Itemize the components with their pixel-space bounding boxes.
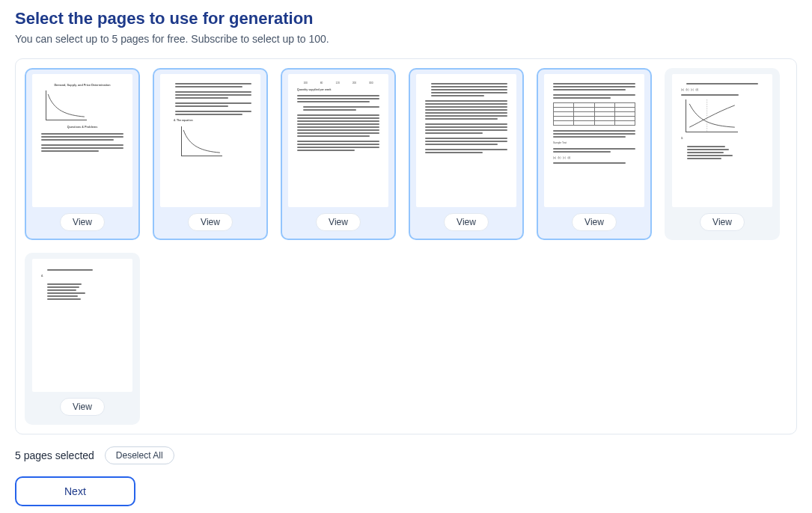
view-button[interactable]: View (188, 213, 233, 231)
view-button[interactable]: View (572, 213, 617, 231)
page-thumbnail[interactable]: 10080120200300 Quantity supplied per wee… (281, 68, 396, 240)
pages-grid: Demand, Supply, and Price Determination … (25, 68, 787, 425)
selection-footer: 5 pages selected Deselect All (15, 446, 797, 464)
selected-count: 5 pages selected (15, 449, 94, 461)
page-thumbnail[interactable]: Demand, Supply, and Price Determination … (25, 68, 140, 240)
next-button[interactable]: Next (15, 476, 135, 506)
page-title: Select the pages to use for generation (15, 9, 797, 28)
page-thumbnail[interactable]: View (409, 68, 524, 240)
page-preview (416, 74, 516, 207)
page-preview: Demand, Supply, and Price Determination … (32, 74, 132, 207)
preview-table (553, 102, 635, 126)
page-thumbnail[interactable]: 4. View (25, 253, 140, 425)
page-thumbnail[interactable]: Sample Test (a) (b) (c) (d) View (537, 68, 652, 240)
page-preview: 10080120200300 Quantity supplied per wee… (288, 74, 388, 207)
page-preview: 4. (32, 259, 132, 392)
view-button[interactable]: View (60, 398, 105, 416)
view-button[interactable]: View (60, 213, 105, 231)
deselect-all-button[interactable]: Deselect All (105, 446, 174, 464)
page-preview: 4. The equation (160, 74, 260, 207)
view-button[interactable]: View (444, 213, 489, 231)
view-button[interactable]: View (700, 213, 745, 231)
page-thumbnail[interactable]: 4. The equation View (153, 68, 268, 240)
page-thumbnail[interactable]: (a) (b) (c) (d) 3. (665, 68, 780, 240)
page-preview: Sample Test (a) (b) (c) (d) (544, 74, 644, 207)
pages-panel: Demand, Supply, and Price Determination … (15, 58, 797, 434)
view-button[interactable]: View (316, 213, 361, 231)
page-preview: (a) (b) (c) (d) 3. (672, 74, 772, 207)
page-subtitle: You can select up to 5 pages for free. S… (15, 33, 797, 45)
